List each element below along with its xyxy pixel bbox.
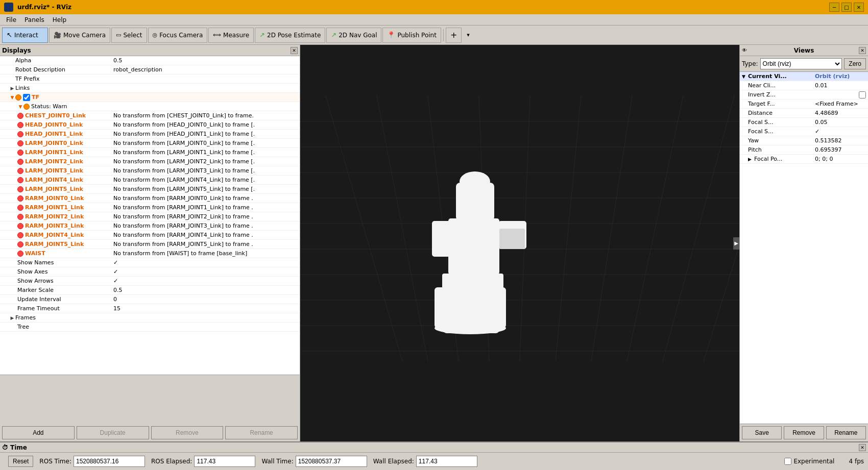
wall-elapsed-input[interactable] [416, 456, 477, 467]
titlebar-left: urdf.rviz* - RViz [4, 3, 71, 12]
svg-rect-24 [432, 221, 451, 257]
rarm-joint1-status-icon [17, 205, 23, 211]
tree-row-show-arrows: Show Arrows ✓ [0, 277, 300, 286]
experimental-checkbox[interactable] [784, 458, 791, 465]
focus-camera-button[interactable]: ◎ Focus Camera [148, 28, 208, 43]
views-zero-button[interactable]: Zero [844, 58, 866, 69]
add-display-button[interactable]: Add [2, 426, 75, 439]
pose-estimate-button[interactable]: ↗ 2D Pose Estimate [255, 28, 325, 43]
views-tree[interactable]: ▼ Current Vi... Orbit (rviz) Near Cli...… [740, 72, 868, 424]
close-button[interactable]: ✕ [854, 3, 864, 12]
move-camera-button[interactable]: 🎥 Move Camera [49, 28, 110, 43]
ros-elapsed-field: ROS Elapsed: [151, 456, 255, 467]
ros-elapsed-label: ROS Elapsed: [151, 458, 192, 465]
tf-expand-icon[interactable]: ▼ [9, 94, 15, 101]
tree-row-show-names: Show Names ✓ [0, 258, 300, 267]
larm-joint1-status-icon [17, 150, 23, 156]
views-row-focal-point: ▶ Focal Po... 0; 0; 0 [740, 155, 868, 164]
tf-checkbox[interactable] [23, 94, 30, 101]
views-current-expand-icon[interactable]: ▼ [742, 74, 748, 79]
tree-row-robot-description: Robot Description robot_description [0, 65, 300, 75]
menu-file[interactable]: File [2, 15, 20, 24]
time-panel: ⏱ Time ✕ Reset ROS Time: ROS Elapsed: Wa… [0, 441, 868, 470]
tree-row-frames: ▶ Frames [0, 313, 300, 323]
experimental-label: Experimental [793, 458, 834, 465]
tree-row-tf: ▼ TF [0, 93, 300, 102]
displays-panel-title: Displays [2, 47, 31, 54]
viewport-right-arrow[interactable]: ▶ [733, 237, 739, 250]
select-label: Select [124, 32, 142, 39]
status-expand-icon[interactable]: ▼ [17, 104, 23, 110]
frames-expand-icon[interactable]: ▶ [9, 315, 15, 321]
waist-status-icon [17, 251, 23, 257]
views-row-near-clip: Near Cli... 0.01 [740, 81, 868, 90]
wall-elapsed-label: Wall Elapsed: [373, 458, 414, 465]
move-camera-label: Move Camera [63, 32, 106, 39]
pose-estimate-label: 2D Pose Estimate [267, 32, 321, 39]
menubar: File Panels Help [0, 14, 868, 26]
views-row-invert-z: Invert Z... [740, 90, 868, 100]
tree-row-links: ▶ Links [0, 84, 300, 93]
wall-time-input[interactable] [296, 456, 367, 467]
interact-button[interactable]: ↖ Interact [2, 28, 48, 43]
tree-row-larm-joint1: LARM_JOINT1_Link No transform from [LARM… [0, 148, 300, 157]
time-reset-button[interactable]: Reset [8, 456, 33, 467]
interact-label: Interact [14, 32, 38, 39]
ros-elapsed-input[interactable] [194, 456, 255, 467]
toolbar-overflow-button[interactable]: ▾ [463, 28, 474, 43]
views-panel-close[interactable]: ✕ [859, 47, 866, 54]
nav-goal-button[interactable]: ↗ 2D Nav Goal [326, 28, 381, 43]
links-expand-icon[interactable]: ▶ [9, 85, 15, 91]
minimize-button[interactable]: ─ [829, 3, 839, 12]
rarm-joint0-status-icon [17, 195, 23, 202]
main-layout: Displays ✕ Alpha 0.5 [0, 45, 868, 441]
tree-row-marker-scale: Marker Scale 0.5 [0, 286, 300, 295]
tree-row-rarm-joint2: RARM_JOINT2_Link No transform from [RARM… [0, 212, 300, 221]
publish-point-label: Publish Point [397, 32, 436, 39]
remove-display-button[interactable]: Remove [151, 426, 224, 439]
add-tool-button[interactable]: + [446, 28, 462, 43]
duplicate-display-button[interactable]: Duplicate [77, 426, 149, 439]
fps-display: 4 fps [849, 458, 864, 465]
svg-rect-26 [499, 229, 525, 249]
maximize-button[interactable]: □ [841, 3, 852, 12]
window-controls[interactable]: ─ □ ✕ [829, 3, 864, 12]
ros-time-input[interactable] [74, 456, 145, 467]
tree-row-larm-joint3: LARM_JOINT3_Link No transform from [LARM… [0, 166, 300, 176]
rename-display-button[interactable]: Rename [225, 426, 298, 439]
displays-tree[interactable]: Alpha 0.5 Robot Description robot_de [0, 56, 300, 375]
invert-z-checkbox[interactable] [859, 91, 866, 98]
rarm-joint5-status-icon [17, 241, 23, 248]
views-save-button[interactable]: Save [742, 426, 782, 439]
ros-time-label: ROS Time: [39, 458, 71, 465]
tree-row-update-interval: Update Interval 0 [0, 295, 300, 304]
views-rename-button[interactable]: Rename [826, 426, 866, 439]
views-type-select[interactable]: Orbit (rviz) [760, 58, 842, 69]
views-remove-button[interactable]: Remove [784, 426, 824, 439]
larm-joint5-status-icon [17, 186, 23, 192]
measure-label: Measure [223, 32, 249, 39]
status-warn-icon [23, 104, 30, 110]
tree-row-rarm-joint0: RARM_JOINT0_Link No transform from [RARM… [0, 194, 300, 203]
displays-panel-close[interactable]: ✕ [291, 47, 298, 54]
publish-point-button[interactable]: 📍 Publish Point [382, 28, 441, 43]
displays-content-area: Alpha 0.5 Robot Description robot_de [0, 56, 300, 423]
window-title: urdf.rviz* - RViz [17, 4, 71, 11]
time-panel-close[interactable]: ✕ [859, 444, 866, 451]
toolbar: ↖ Interact 🎥 Move Camera ▭ Select ◎ Focu… [0, 26, 868, 45]
head-joint0-status-icon [17, 122, 23, 128]
menu-help[interactable]: Help [49, 15, 70, 24]
menu-panels[interactable]: Panels [20, 15, 49, 24]
select-button[interactable]: ▭ Select [111, 28, 147, 43]
viewport-3d[interactable]: ◀ [300, 45, 739, 441]
views-row-focal-size1: Focal S... 0.05 [740, 118, 868, 127]
time-panel-title: Time [10, 444, 27, 451]
nav-goal-icon: ↗ [331, 31, 336, 39]
tree-row-chest-joint0: CHEST_JOINT0_Link No transform from [CHE… [0, 111, 300, 120]
interact-icon: ↖ [7, 31, 12, 39]
focal-point-expand-icon[interactable]: ▶ [748, 157, 754, 162]
tree-row-rarm-joint4: RARM_JOINT4_Link No transform from [RARM… [0, 231, 300, 240]
views-panel-icon: 👁 [742, 47, 747, 53]
tree-row-waist: WAIST No transform from [WAIST] to frame… [0, 249, 300, 258]
measure-button[interactable]: ⟺ Measure [208, 28, 254, 43]
